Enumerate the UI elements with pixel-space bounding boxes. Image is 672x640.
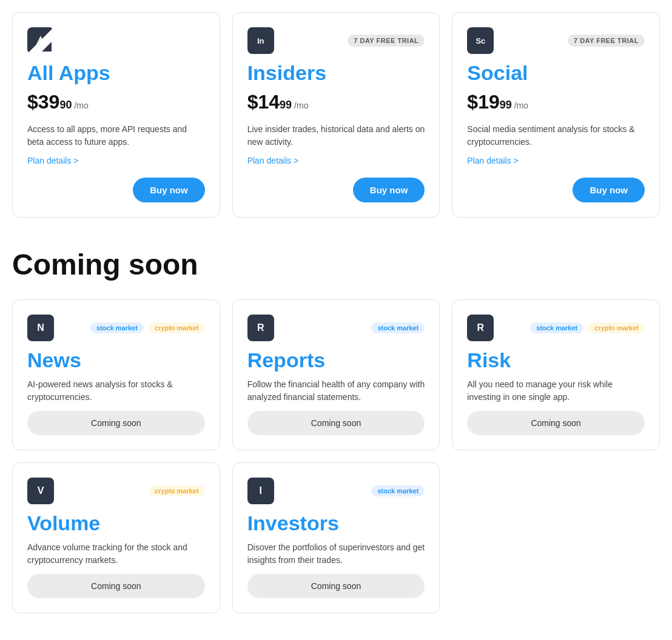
price-mo: /mo [294, 101, 308, 110]
tags-row: stock market crypto market [530, 322, 645, 333]
coming-card-reports: R stock market Reports Follow the financ… [232, 299, 440, 450]
tag-stock-market: stock market [530, 322, 583, 333]
plan-description: Access to all apps, more API requests an… [27, 123, 205, 148]
coming-card-volume: V crypto market Volume Advance volume tr… [12, 462, 220, 613]
plan-card-all-apps: All Apps $39 90 /mo Access to all apps, … [12, 12, 220, 218]
plans-grid: All Apps $39 90 /mo Access to all apps, … [12, 12, 660, 218]
empty-slot [452, 462, 660, 613]
price-row: $19 99 /mo [467, 91, 645, 113]
coming-soon-button: Coming soon [27, 574, 205, 598]
volume-icon: V [27, 478, 54, 504]
price-dec: 90 [59, 99, 72, 112]
news-icon: N [27, 315, 54, 341]
coming-card-risk: R stock market crypto market Risk All yo… [452, 299, 660, 450]
trial-badge: 7 DAY FREE TRIAL [348, 35, 425, 47]
coming-card-title: Risk [467, 348, 645, 372]
coming-soon-heading: Coming soon [12, 248, 660, 281]
buy-button[interactable]: Buy now [573, 178, 645, 202]
price-row: $14 99 /mo [247, 91, 425, 113]
coming-card-title: Investors [247, 512, 425, 535]
plan-description: Live insider trades, historical data and… [247, 123, 425, 148]
price-int: $39 [27, 91, 59, 113]
coming-soon-button: Coming soon [467, 411, 645, 435]
plan-description: Social media sentiment analysis for stoc… [467, 123, 645, 148]
coming-card-news: N stock market crypto market News AI-pow… [12, 299, 220, 450]
plan-details-link[interactable]: Plan details > [27, 156, 205, 165]
coming-card-desc: All you need to manage your risk while i… [467, 378, 645, 404]
tags-row: crypto market [149, 485, 205, 496]
price-dec: 99 [280, 99, 292, 112]
coming-card-desc: AI-powered news analysis for stocks & cr… [27, 378, 205, 404]
tags-row: stock market crypto market [90, 322, 205, 333]
coming-card-title: News [27, 348, 205, 372]
tag-stock-market: stock market [90, 322, 144, 333]
coming-soon-button: Coming soon [247, 411, 425, 435]
tag-stock-market: stock market [371, 485, 425, 496]
plan-details-link[interactable]: Plan details > [247, 156, 425, 165]
card-header: In 7 DAY FREE TRIAL [247, 27, 425, 54]
tags-row: stock market [371, 485, 425, 496]
coming-card-title: Reports [247, 348, 425, 372]
price-row: $39 90 /mo [27, 91, 205, 113]
card-header: R stock market crypto market [467, 315, 645, 341]
coming-soon-button: Coming soon [247, 574, 425, 598]
coming-soon-button: Coming soon [27, 411, 205, 435]
coming-soon-row2: V crypto market Volume Advance volume tr… [12, 462, 660, 613]
plan-card-insiders: In 7 DAY FREE TRIAL Insiders $14 99 /mo … [232, 12, 440, 218]
insiders-icon: In [247, 27, 274, 54]
svg-marker-0 [36, 36, 45, 45]
price-int: $14 [247, 91, 280, 113]
plan-title: Insiders [247, 61, 425, 85]
tags-row: stock market [371, 322, 425, 333]
risk-icon: R [467, 315, 494, 341]
buy-button[interactable]: Buy now [353, 178, 425, 202]
tag-crypto-market: crypto market [149, 322, 205, 333]
card-header [27, 27, 205, 54]
tag-crypto-market: crypto market [588, 322, 645, 333]
card-header: Sc 7 DAY FREE TRIAL [467, 27, 645, 54]
coming-card-investors: I stock market Investors Disover the por… [232, 462, 440, 613]
reports-icon: R [247, 315, 274, 341]
coming-soon-row1: N stock market crypto market News AI-pow… [12, 299, 660, 450]
plan-card-social: Sc 7 DAY FREE TRIAL Social $19 99 /mo So… [452, 12, 660, 218]
plan-title: All Apps [27, 61, 205, 85]
coming-card-desc: Disover the portfolios of superinvestors… [247, 541, 425, 567]
plan-title: Social [467, 61, 645, 85]
card-header: N stock market crypto market [27, 315, 205, 341]
investors-icon: I [247, 478, 274, 504]
price-mo: /mo [74, 101, 88, 110]
trial-badge: 7 DAY FREE TRIAL [568, 35, 645, 47]
tag-stock-market: stock market [371, 322, 425, 333]
plan-details-link[interactable]: Plan details > [467, 156, 645, 165]
tag-crypto-market: crypto market [149, 485, 205, 496]
card-header: R stock market [247, 315, 425, 341]
price-dec: 99 [500, 99, 512, 112]
price-mo: /mo [514, 101, 528, 110]
buy-button[interactable]: Buy now [133, 178, 205, 202]
coming-card-desc: Advance volume tracking for the stock an… [27, 541, 205, 567]
social-icon: Sc [467, 27, 494, 54]
coming-card-title: Volume [27, 512, 205, 535]
card-header: V crypto market [27, 478, 205, 504]
all-apps-icon [27, 27, 54, 54]
card-header: I stock market [247, 478, 425, 504]
coming-card-desc: Follow the financial health of any compa… [247, 378, 425, 404]
price-int: $19 [467, 91, 499, 113]
